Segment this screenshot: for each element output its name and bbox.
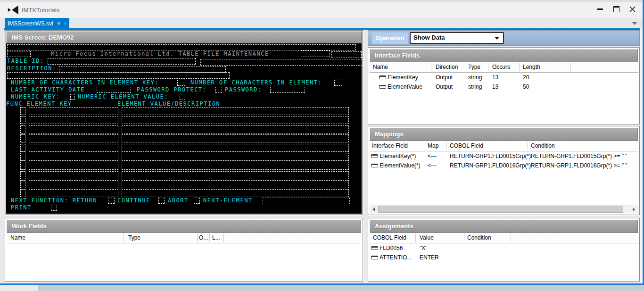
tab-bar (0, 18, 644, 29)
column-header-map[interactable]: Map (428, 142, 438, 149)
minimize-icon (597, 8, 603, 10)
column-header-name[interactable]: Name (373, 64, 388, 70)
ims-field-box[interactable] (200, 59, 362, 66)
table-row[interactable]: ATTENTIO... ENTER (370, 253, 638, 262)
pin-icon[interactable] (57, 20, 60, 26)
column-header-condition[interactable]: Condition (531, 142, 555, 149)
ims-label-password: PASSWORD: (225, 86, 262, 93)
ims-field-box[interactable] (20, 189, 25, 197)
ims-field-box[interactable] (29, 125, 118, 133)
ims-field-box[interactable] (301, 50, 330, 57)
maximize-button[interactable] (608, 3, 624, 15)
ims-field-box[interactable] (97, 87, 131, 93)
ims-field-box[interactable] (7, 72, 230, 79)
ims-label-description: DESCRIPTION: (7, 65, 57, 72)
operation-select[interactable]: Show Data (410, 32, 504, 44)
column-header-occurs[interactable]: Occurs (492, 64, 510, 70)
ims-field-box[interactable] (177, 80, 185, 86)
minimize-button[interactable] (592, 3, 608, 15)
column-header-length[interactable]: Length (523, 64, 540, 70)
work-fields-header: Work Fields (7, 220, 361, 233)
tab-close-icon[interactable] (64, 21, 66, 26)
column-header-cobol-field[interactable]: COBOL Field (450, 142, 483, 149)
ims-field-box[interactable] (122, 125, 349, 133)
column-header-value[interactable]: Value (420, 234, 434, 241)
ims-field-box[interactable] (122, 171, 349, 179)
ims-field-box[interactable] (158, 198, 165, 204)
ims-field-box[interactable] (180, 94, 185, 100)
table-row[interactable]: ElementValue(*) <--- RETURN-GRP1.FLD0016… (370, 161, 638, 170)
ims-field-box[interactable] (20, 171, 25, 179)
ims-field-box[interactable] (122, 162, 349, 170)
ims-field-box[interactable] (331, 51, 362, 58)
ims-field-box[interactable] (20, 153, 25, 161)
column-header-type[interactable]: Type (468, 64, 480, 70)
ims-field-box[interactable] (70, 94, 75, 100)
ims-field-box[interactable] (59, 66, 226, 73)
column-header-condition[interactable]: Condition (467, 234, 491, 241)
ims-field-box[interactable] (20, 125, 25, 133)
scroll-left-icon (372, 208, 375, 211)
ims-field-box[interactable] (20, 107, 25, 115)
ims-field-box[interactable] (108, 198, 115, 204)
ims-field-box[interactable] (122, 189, 349, 197)
scroll-left-button[interactable] (370, 205, 378, 213)
ims-field-box[interactable] (20, 162, 25, 170)
ims-field-box[interactable] (29, 162, 118, 170)
cell-cobol-field: FLD0056 (380, 245, 403, 251)
ims-field-box[interactable] (122, 107, 349, 115)
ims-field-box[interactable] (29, 180, 118, 188)
close-button[interactable] (624, 3, 640, 15)
ims-field-box[interactable] (263, 198, 350, 204)
cell-length: 50 (523, 83, 529, 90)
column-header-cobol-field[interactable]: COBOL Field (373, 234, 406, 241)
scroll-right-button[interactable] (630, 205, 638, 213)
ims-field-box[interactable] (29, 153, 118, 161)
ims-field-box[interactable] (51, 205, 57, 211)
ims-field-box[interactable] (122, 134, 349, 142)
ims-field-box[interactable] (48, 58, 196, 65)
column-header-name[interactable]: Name (10, 234, 25, 241)
cell-direction: Output (436, 83, 453, 90)
ims-field-box[interactable] (122, 180, 349, 188)
tab-overflow-chevron-icon[interactable] (632, 22, 637, 25)
column-header-direction[interactable]: Direction (436, 64, 458, 70)
table-row[interactable]: ElementKey Output string 13 20 (370, 73, 638, 82)
table-row[interactable]: ElementKey(*) <--- RETURN-GRP1.FLD0015Gr… (370, 151, 638, 161)
ims-field-box[interactable] (29, 107, 118, 115)
ims-field-box[interactable] (20, 180, 25, 188)
ims-label-continue: CONTINUE (117, 197, 150, 204)
column-header-length[interactable]: L... (212, 234, 220, 241)
ims-field-box[interactable] (334, 80, 342, 86)
ims-field-box[interactable] (29, 171, 118, 179)
tab-imsscreenws[interactable]: IMSScreenWS.svi (5, 18, 69, 29)
column-header-occurs[interactable]: O... (199, 234, 208, 241)
ims-field-box[interactable] (29, 116, 118, 124)
ims-field-box[interactable] (20, 144, 25, 152)
scrollbar-thumb[interactable] (378, 206, 623, 213)
ims-field-box[interactable] (7, 44, 356, 50)
ims-label-last-activity: LAST ACTIVITY DATE (11, 86, 85, 93)
ims-field-box[interactable] (29, 134, 118, 142)
ims-field-box[interactable] (29, 189, 118, 197)
ims-field-box[interactable] (29, 144, 118, 152)
table-row[interactable]: FLD0056 "X" (370, 243, 638, 253)
ims-field-box[interactable] (122, 153, 349, 161)
ims-field-box[interactable] (122, 116, 349, 124)
titlebar (0, 2, 644, 18)
ims-field-box[interactable] (194, 198, 200, 204)
assignments-panel: Assignments COBOL Field Value Condition … (368, 218, 640, 282)
ims-field-box[interactable] (122, 144, 349, 152)
ims-field-box[interactable] (270, 87, 305, 93)
ims-field-box[interactable] (20, 134, 25, 142)
ims-field-box[interactable] (20, 116, 25, 124)
ims-field-box[interactable] (215, 87, 222, 93)
horizontal-scrollbar[interactable] (370, 205, 638, 213)
ims-label-num-chars-key: NUMBER OF CHARACTERS IN ELEMENT KEY: (11, 79, 159, 86)
work-fields-panel: Work Fields Name Type O... L... (5, 218, 363, 282)
column-header-interface-field[interactable]: Interface Field (372, 142, 408, 149)
ims-screen-canvas[interactable]: Micro Focus International Ltd. TABLE FIL… (6, 43, 362, 214)
ims-field-box[interactable] (7, 51, 31, 57)
table-row[interactable]: ElementValue Output string 13 50 (370, 82, 638, 91)
column-header-type[interactable]: Type (128, 234, 140, 241)
